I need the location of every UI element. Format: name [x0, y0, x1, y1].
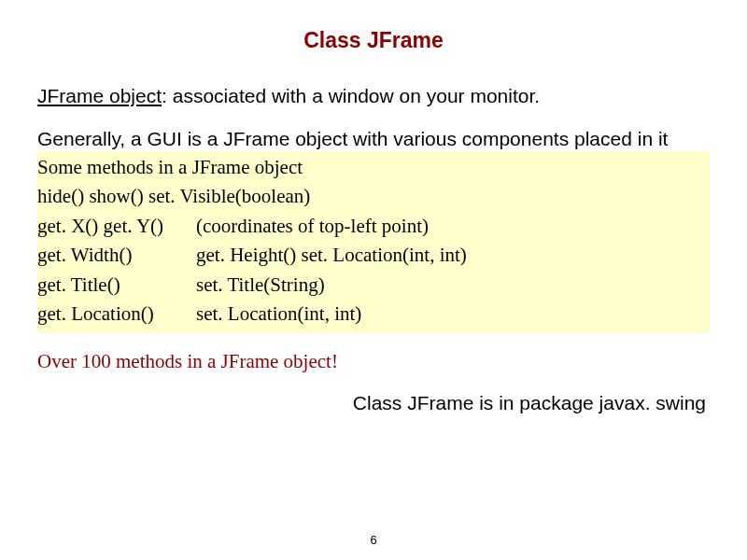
paragraph-gui: Generally, a GUI is a JFrame object with… — [37, 126, 710, 152]
intro-term: JFrame object — [37, 85, 162, 106]
intro-text: JFrame object: associated with a window … — [37, 83, 710, 109]
methods-box: Some methods in a JFrame object hide() s… — [37, 151, 710, 333]
methods-row-right: (coordinates of top-left point) — [196, 212, 429, 242]
methods-row-right: get. Height() set. Location(int, int) — [196, 241, 467, 271]
methods-row-right: set. Title(String) — [196, 271, 325, 301]
footer-note: Over 100 methods in a JFrame object! — [37, 350, 710, 373]
methods-row-1: hide() show() set. Visible(boolean) — [37, 182, 710, 212]
slide-title: Class JFrame — [37, 28, 710, 53]
methods-row-left: get. Location() — [37, 300, 196, 329]
methods-row-3: get. Width()get. Height() set. Location(… — [37, 241, 710, 271]
methods-row-right: set. Location(int, int) — [196, 300, 361, 329]
intro-definition: : associated with a window on your monit… — [162, 85, 540, 106]
methods-heading: Some methods in a JFrame object — [37, 153, 710, 183]
methods-row-left: get. X() get. Y() — [37, 212, 196, 242]
package-note: Class JFrame is in package javax. swing — [37, 392, 710, 414]
page-number: 6 — [370, 533, 376, 547]
methods-row-left: get. Width() — [37, 241, 196, 271]
methods-row-left: get. Title() — [37, 271, 196, 301]
methods-row-4: get. Title() set. Title(String) — [37, 271, 710, 301]
methods-row-2: get. X() get. Y()(coordinates of top-lef… — [37, 212, 710, 242]
methods-row-5: get. Location() set. Location(int, int) — [37, 300, 710, 329]
slide: Class JFrame JFrame object: associated w… — [0, 0, 747, 560]
